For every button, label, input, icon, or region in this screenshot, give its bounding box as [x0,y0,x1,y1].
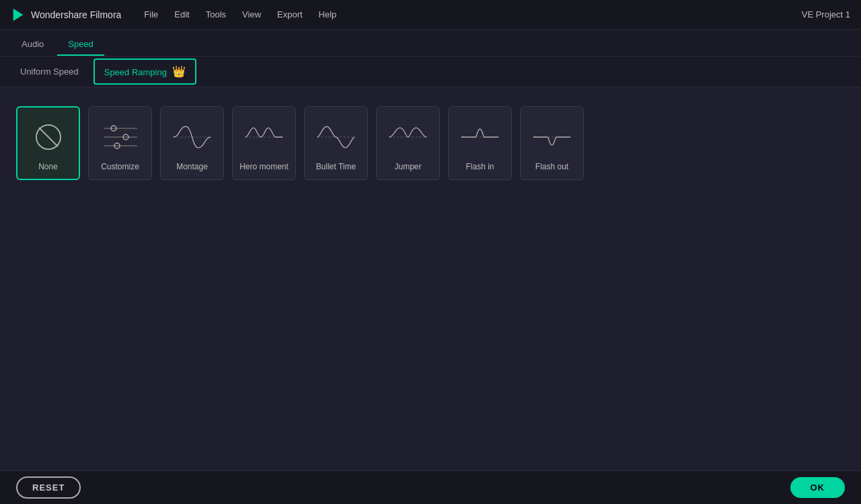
customize-icon [100,120,141,154]
jumper-label: Jumper [394,162,421,171]
speed-card-flash-in[interactable]: Flash in [448,106,512,180]
flash-in-card-icon [458,116,502,159]
speed-cards-grid: None Customize [16,101,845,185]
bullet-time-label: Bullet Time [316,162,356,171]
main-content: None Customize [0,87,861,199]
jumper-icon [386,119,430,156]
menu-file[interactable]: File [137,7,165,22]
reset-button[interactable]: RESET [16,476,81,499]
montage-icon [170,119,214,156]
customize-label: Customize [101,162,139,171]
app-logo: Wondershare Filmora [11,7,121,22]
menu-view[interactable]: View [235,7,268,22]
hero-moment-icon [242,119,286,156]
ok-button[interactable]: OK [790,477,846,498]
tab-speed[interactable]: Speed [57,34,104,56]
jumper-card-icon [386,116,430,159]
none-icon [34,122,63,152]
topbar: Wondershare Filmora File Edit Tools View… [0,0,861,30]
customize-card-icon [98,116,142,159]
subtab-bar: Uniform Speed Speed Ramping 👑 [0,56,861,87]
flash-out-icon [530,119,574,156]
none-card-icon [26,116,70,159]
flash-in-label: Flash in [465,162,494,171]
speed-card-flash-out[interactable]: Flash out [520,106,584,180]
filmora-logo-icon [11,7,26,22]
speed-card-none[interactable]: None [16,106,80,180]
subtab-uniform-speed[interactable]: Uniform Speed [11,61,88,82]
none-label: None [38,162,58,171]
subtab-speed-ramping[interactable]: Speed Ramping 👑 [93,58,196,85]
speed-card-customize[interactable]: Customize [88,106,152,180]
bottom-bar: RESET OK [0,470,861,504]
bullet-time-card-icon [314,116,358,159]
tab-audio[interactable]: Audio [11,34,54,56]
menu-export[interactable]: Export [270,7,309,22]
svg-line-2 [39,128,58,146]
speed-card-bullet-time[interactable]: Bullet Time [304,106,368,180]
flash-out-card-icon [530,116,574,159]
menu-help[interactable]: Help [312,7,344,22]
hero-moment-label: Hero moment [239,162,289,171]
speed-card-jumper[interactable]: Jumper [376,106,440,180]
flash-out-label: Flash out [535,162,568,171]
hero-moment-card-icon [242,116,286,159]
montage-card-icon [170,116,214,159]
menu-bar: File Edit Tools View Export Help [137,7,801,22]
project-name: VE Project 1 [802,9,850,19]
app-name: Wondershare Filmora [31,9,121,20]
flash-in-icon [458,119,502,156]
menu-edit[interactable]: Edit [167,7,196,22]
speed-card-montage[interactable]: Montage [160,106,224,180]
speed-card-hero-moment[interactable]: Hero moment [232,106,296,180]
bullet-time-icon [314,119,358,156]
montage-label: Montage [176,162,208,171]
tab-bar: Audio Speed [0,30,861,56]
crown-icon: 👑 [172,66,186,77]
menu-tools[interactable]: Tools [199,7,233,22]
svg-marker-0 [13,8,24,20]
